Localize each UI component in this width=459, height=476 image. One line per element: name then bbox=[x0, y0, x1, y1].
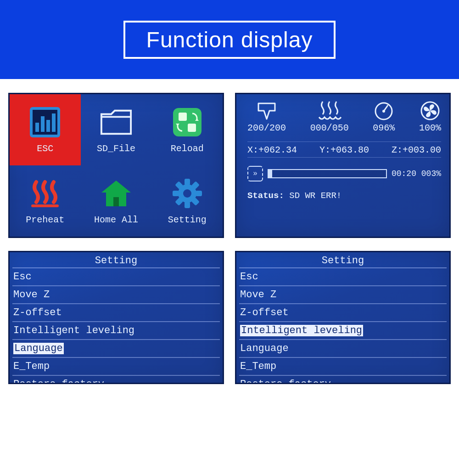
list-item-label: Restore factory bbox=[240, 379, 331, 384]
list-item-label: Move Z bbox=[13, 289, 50, 300]
list-item[interactable]: Intelligent leveling bbox=[239, 322, 447, 340]
list-item[interactable]: Language bbox=[239, 340, 447, 358]
svg-rect-13 bbox=[173, 191, 179, 196]
menu-label: SD_File bbox=[97, 143, 135, 154]
progress-fill bbox=[269, 170, 272, 177]
screens-grid: ESC SD_File bbox=[0, 79, 459, 393]
list-item[interactable]: E_Temp bbox=[239, 358, 447, 376]
menu-label: Reload bbox=[171, 143, 204, 154]
banner: Function display bbox=[0, 0, 459, 79]
status-line: Status: SD WR ERR! bbox=[247, 191, 441, 201]
menu-setting[interactable]: Setting bbox=[151, 165, 223, 237]
bed-value: 000/050 bbox=[310, 123, 349, 133]
folder-icon bbox=[100, 106, 133, 139]
settings-title: Setting bbox=[239, 254, 447, 268]
list-item[interactable]: Esc bbox=[239, 268, 447, 286]
svg-rect-14 bbox=[196, 191, 202, 196]
menu-label: Preheat bbox=[26, 215, 64, 225]
status-screen: 200/200 000/050 096% 100% X:+062.34 Y:+0… bbox=[235, 93, 451, 238]
status-value: SD WR ERR! bbox=[289, 191, 341, 201]
progress-bar bbox=[268, 169, 387, 178]
svg-rect-8 bbox=[188, 124, 196, 132]
progress-icon: » bbox=[247, 166, 263, 181]
fan-stat: 100% bbox=[419, 101, 441, 133]
list-item[interactable]: Language bbox=[12, 340, 220, 358]
svg-rect-4 bbox=[46, 120, 50, 132]
list-item-label: Intelligent leveling bbox=[240, 325, 363, 336]
svg-rect-10 bbox=[113, 197, 119, 206]
fan-value: 100% bbox=[419, 123, 441, 133]
menu-preheat[interactable]: Preheat bbox=[10, 165, 81, 237]
bars-icon bbox=[28, 106, 62, 139]
home-icon bbox=[100, 177, 133, 210]
feed-stat: 096% bbox=[373, 101, 395, 133]
settings-screen-left: Setting EscMove ZZ-offsetIntelligent lev… bbox=[8, 251, 224, 384]
svg-rect-3 bbox=[41, 116, 45, 132]
hotend-stat: 200/200 bbox=[247, 101, 286, 133]
list-item-label: Z-offset bbox=[240, 307, 289, 318]
list-item[interactable]: Move Z bbox=[239, 286, 447, 304]
status-icons-row: 200/200 000/050 096% 100% bbox=[247, 101, 441, 133]
coords-row: X:+062.34 Y:+063.80 Z:+003.00 bbox=[247, 142, 441, 158]
list-item[interactable]: Z-offset bbox=[12, 304, 220, 322]
list-item-label: Restore factory bbox=[13, 379, 104, 384]
list-item[interactable]: Restore factory bbox=[239, 376, 447, 384]
list-item[interactable]: Z-offset bbox=[239, 304, 447, 322]
menu-reload[interactable]: Reload bbox=[151, 94, 223, 165]
list-item-label: Esc bbox=[240, 271, 258, 283]
svg-rect-2 bbox=[35, 123, 39, 132]
list-item[interactable]: Esc bbox=[12, 268, 220, 286]
menu-label: ESC bbox=[37, 143, 53, 154]
banner-title: Function display bbox=[123, 21, 336, 59]
hotend-value: 200/200 bbox=[247, 123, 286, 133]
heat-icon bbox=[28, 177, 62, 210]
svg-point-20 bbox=[183, 189, 191, 198]
menu-home-all[interactable]: Home All bbox=[81, 165, 152, 237]
list-item[interactable]: Restore factory bbox=[12, 376, 220, 384]
settings-screen-right: Setting EscMove ZZ-offsetIntelligent lev… bbox=[235, 251, 451, 384]
progress-text: 00:20 003% bbox=[392, 169, 441, 178]
menu-sd-file[interactable]: SD_File bbox=[81, 94, 152, 165]
svg-rect-6 bbox=[173, 108, 202, 136]
list-item-label: Z-offset bbox=[13, 307, 62, 318]
svg-rect-11 bbox=[185, 179, 190, 185]
menu-label: Setting bbox=[168, 215, 207, 225]
list-item-label: Move Z bbox=[240, 289, 276, 300]
gauge-icon bbox=[373, 101, 394, 121]
main-menu-screen: ESC SD_File bbox=[8, 93, 224, 238]
nozzle-icon bbox=[256, 101, 278, 121]
progress-row: » 00:20 003% bbox=[247, 166, 441, 181]
reload-icon bbox=[171, 106, 204, 139]
feed-value: 096% bbox=[373, 123, 395, 133]
svg-point-23 bbox=[382, 110, 385, 113]
fan-icon bbox=[420, 101, 441, 121]
z-coord: Z:+003.00 bbox=[392, 145, 441, 155]
svg-rect-5 bbox=[52, 113, 56, 132]
list-item[interactable]: Intelligent leveling bbox=[12, 322, 220, 340]
x-coord: X:+062.34 bbox=[247, 145, 297, 155]
svg-rect-7 bbox=[179, 113, 187, 121]
bed-stat: 000/050 bbox=[310, 101, 349, 133]
list-item-label: E_Temp bbox=[13, 361, 50, 372]
list-item[interactable]: E_Temp bbox=[12, 358, 220, 376]
list-item-label: Language bbox=[13, 343, 64, 354]
list-item-label: Language bbox=[240, 343, 289, 354]
settings-title: Setting bbox=[12, 254, 220, 268]
svg-rect-12 bbox=[185, 202, 190, 208]
list-item-label: Esc bbox=[13, 271, 32, 283]
list-item-label: E_Temp bbox=[240, 361, 276, 372]
list-item-label: Intelligent leveling bbox=[13, 325, 134, 336]
menu-label: Home All bbox=[94, 215, 138, 225]
bed-heat-icon bbox=[317, 101, 342, 121]
gear-icon bbox=[171, 177, 204, 210]
y-coord: Y:+063.80 bbox=[319, 145, 369, 155]
list-item[interactable]: Move Z bbox=[12, 286, 220, 304]
menu-esc[interactable]: ESC bbox=[10, 94, 81, 165]
status-label: Status: bbox=[247, 191, 284, 201]
